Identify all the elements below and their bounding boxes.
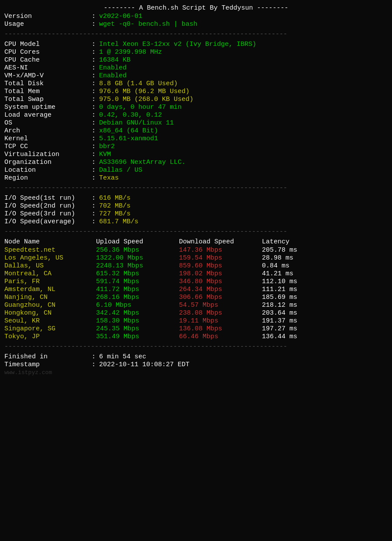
system-field-label: CPU Cores bbox=[4, 49, 92, 56]
system-field-label: VM-x/AMD-V bbox=[4, 72, 92, 80]
system-field-colon: : bbox=[92, 166, 96, 174]
speed-download: 346.80 Mbps bbox=[179, 278, 262, 285]
system-field-colon: : bbox=[92, 104, 96, 111]
speed-node: Nanjing, CN bbox=[4, 294, 96, 301]
speed-download: 66.46 Mbps bbox=[179, 333, 262, 340]
io-speed-row: I/O Speed(2nd run):702 MB/s bbox=[4, 202, 388, 210]
version-colon: : bbox=[92, 13, 96, 20]
speed-node: Paris, FR bbox=[4, 278, 96, 285]
system-field-colon: : bbox=[92, 174, 96, 182]
title-divider: -------- A Bench.sh Script By Teddysun -… bbox=[103, 4, 288, 12]
speed-download: 19.11 Mbps bbox=[179, 317, 262, 325]
io-label: I/O Speed(2nd run) bbox=[4, 202, 92, 210]
speed-table-row: Seoul, KR158.30 Mbps19.11 Mbps191.37 ms bbox=[4, 317, 388, 325]
system-field-value: Dallas / US bbox=[99, 166, 142, 174]
speed-latency: 203.64 ms bbox=[262, 309, 388, 317]
version-value: v2022-06-01 bbox=[99, 13, 142, 20]
system-field-colon: : bbox=[92, 111, 96, 119]
speed-upload: 158.30 Mbps bbox=[96, 317, 179, 325]
speed-latency: 41.21 ms bbox=[262, 270, 388, 277]
col-header-upload: Upload Speed bbox=[96, 238, 179, 246]
speed-latency: 197.27 ms bbox=[262, 325, 388, 333]
system-field-colon: : bbox=[92, 135, 96, 142]
speed-upload: 245.35 Mbps bbox=[96, 325, 179, 333]
speed-node: Hongkong, CN bbox=[4, 309, 96, 317]
col-header-download: Download Speed bbox=[179, 238, 262, 246]
system-field-colon: : bbox=[92, 49, 96, 56]
io-colon: : bbox=[92, 202, 96, 210]
system-field-label: AES-NI bbox=[4, 64, 92, 72]
timestamp-value: 2022-10-11 10:08:27 EDT bbox=[99, 361, 189, 368]
io-value: 702 MB/s bbox=[99, 202, 131, 210]
speed-download: 136.08 Mbps bbox=[179, 325, 262, 333]
system-info-row: Total Disk:8.8 GB (1.4 GB Used) bbox=[4, 80, 388, 87]
speed-latency: 111.21 ms bbox=[262, 286, 388, 293]
speed-upload: 615.32 Mbps bbox=[96, 270, 179, 277]
usage-row: Usage : wget -q0- bench.sh | bash bbox=[4, 21, 388, 28]
divider-2: ----------------------------------------… bbox=[4, 184, 388, 192]
speed-latency: 136.44 ms bbox=[262, 333, 388, 340]
system-field-label: CPU Model bbox=[4, 41, 92, 48]
speed-node: Guangzhou, CN bbox=[4, 302, 96, 309]
system-info-row: Virtualization:KVM bbox=[4, 151, 388, 158]
speed-table-row: Guangzhou, CN6.10 Mbps54.57 Mbps218.12 m… bbox=[4, 302, 388, 309]
version-label: Version bbox=[4, 13, 92, 20]
system-info-row: Load average:0.42, 0.30, 0.12 bbox=[4, 111, 388, 119]
system-field-value: 975.0 MB (268.0 KB Used) bbox=[99, 96, 193, 103]
system-field-colon: : bbox=[92, 127, 96, 135]
system-info-row: CPU Model:Intel Xeon E3-12xx v2 (Ivy Bri… bbox=[4, 41, 388, 48]
system-field-label: Total Swap bbox=[4, 96, 92, 103]
usage-label: Usage bbox=[4, 21, 92, 28]
io-speed-section: I/O Speed(1st run):616 MB/sI/O Speed(2nd… bbox=[4, 194, 388, 225]
io-label: I/O Speed(3rd run) bbox=[4, 210, 92, 218]
system-field-value: 1 @ 2399.998 MHz bbox=[99, 49, 162, 56]
system-field-value: 5.15.61-xanmod1 bbox=[99, 135, 158, 142]
io-colon: : bbox=[92, 194, 96, 202]
timestamp-colon: : bbox=[92, 361, 96, 368]
system-field-value: x86_64 (64 Bit) bbox=[99, 127, 158, 135]
speed-upload: 411.72 Mbps bbox=[96, 286, 179, 293]
speed-node: Amsterdam, NL bbox=[4, 286, 96, 293]
system-info-row: Location:Dallas / US bbox=[4, 166, 388, 174]
timestamp-row: Timestamp : 2022-10-11 10:08:27 EDT bbox=[4, 361, 388, 368]
io-label: I/O Speed(average) bbox=[4, 218, 92, 225]
system-field-value: AS33696 NextArray LLC. bbox=[99, 159, 186, 166]
title-row: -------- A Bench.sh Script By Teddysun -… bbox=[4, 4, 388, 12]
speed-table-row: Paris, FR591.74 Mbps346.80 Mbps112.10 ms bbox=[4, 278, 388, 285]
speed-table-row: Nanjing, CN268.16 Mbps306.66 Mbps185.69 … bbox=[4, 294, 388, 301]
system-field-value: KVM bbox=[99, 151, 111, 158]
system-field-value: Enabled bbox=[99, 64, 127, 72]
speed-table-row: Montreal, CA615.32 Mbps198.02 Mbps41.21 … bbox=[4, 270, 388, 277]
system-field-colon: : bbox=[92, 80, 96, 87]
system-field-label: CPU Cache bbox=[4, 56, 92, 64]
finished-row: Finished in : 6 min 54 sec bbox=[4, 353, 388, 361]
system-info-row: Total Swap:975.0 MB (268.0 KB Used) bbox=[4, 96, 388, 103]
speed-table-row: Speedtest.net256.36 Mbps147.36 Mbps205.7… bbox=[4, 246, 388, 254]
system-field-label: Virtualization bbox=[4, 151, 92, 158]
system-field-label: System uptime bbox=[4, 104, 92, 111]
speed-table-row: Los Angeles, US1322.00 Mbps159.54 Mbps28… bbox=[4, 254, 388, 262]
speed-node: Dallas, US bbox=[4, 262, 96, 270]
system-field-value: Enabled bbox=[99, 72, 127, 80]
system-field-colon: : bbox=[92, 64, 96, 72]
speed-latency: 28.98 ms bbox=[262, 254, 388, 262]
system-field-colon: : bbox=[92, 96, 96, 103]
speed-node: Los Angeles, US bbox=[4, 254, 96, 262]
system-field-colon: : bbox=[92, 56, 96, 64]
speed-upload: 351.49 Mbps bbox=[96, 333, 179, 340]
speed-node: Tokyo, JP bbox=[4, 333, 96, 340]
system-field-label: Organization bbox=[4, 159, 92, 166]
speed-download: 159.54 Mbps bbox=[179, 254, 262, 262]
system-info-section: CPU Model:Intel Xeon E3-12xx v2 (Ivy Bri… bbox=[4, 41, 388, 182]
system-info-row: Organization:AS33696 NextArray LLC. bbox=[4, 159, 388, 166]
system-info-row: TCP CC:bbr2 bbox=[4, 143, 388, 150]
speed-latency: 0.84 ms bbox=[262, 262, 388, 270]
system-info-row: VM-x/AMD-V:Enabled bbox=[4, 72, 388, 80]
speed-latency: 191.37 ms bbox=[262, 317, 388, 325]
system-info-row: AES-NI:Enabled bbox=[4, 64, 388, 72]
system-field-label: TCP CC bbox=[4, 143, 92, 150]
divider-3: ----------------------------------------… bbox=[4, 228, 388, 236]
usage-colon: : bbox=[92, 21, 96, 28]
system-field-label: Total Disk bbox=[4, 80, 92, 87]
system-field-value: 0 days, 0 hour 47 min bbox=[99, 104, 182, 111]
